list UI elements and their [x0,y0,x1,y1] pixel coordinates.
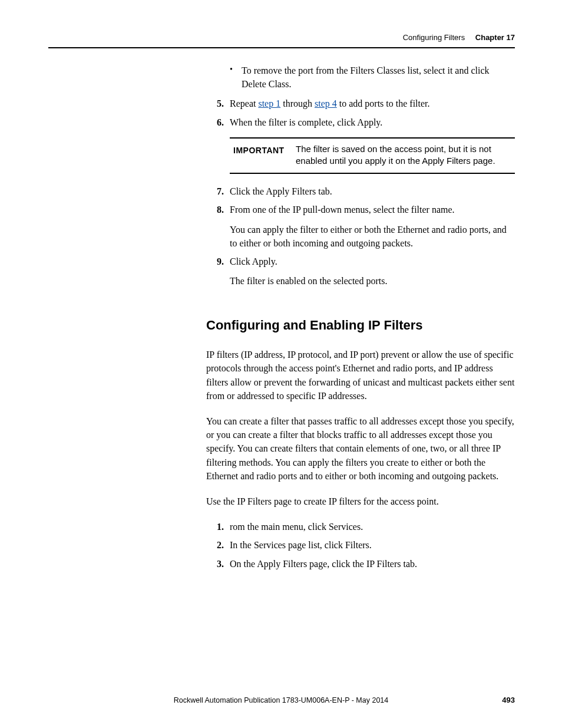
running-header: Configuring Filters Chapter 17 [403,33,515,42]
step-9: 9. Click Apply. [206,255,515,268]
step-7: 7. Click the Apply Filters tab. [206,185,515,198]
step-5: 5. Repeat step 1 through step 4 to add p… [206,97,515,110]
step-8-continuation: You can apply the filter to either or bo… [230,223,515,250]
step-number: 2. [206,538,230,552]
paragraph-3: Use the IP Filters page to create IP fil… [206,495,515,508]
step5-mid: through [280,98,315,108]
ordered-list-c: 1. rom the main menu, click Services. 2.… [206,520,515,571]
step-body: Click Apply. [230,255,515,268]
step-number: 8. [206,203,230,216]
step-9-continuation: The filter is enabled on the selected po… [230,274,515,288]
page-number: 493 [502,696,515,704]
link-step1[interactable]: step 1 [258,98,280,108]
callout-message: The filter is saved on the access point,… [296,143,511,167]
step-number: 7. [206,185,230,198]
header-chapter: Chapter 17 [475,33,515,42]
header-rule [48,47,515,48]
step5-pre: Repeat [230,98,258,108]
bullet-dot: • [230,64,242,91]
callout-label: IMPORTANT [233,143,296,167]
step-number: 5. [206,97,230,110]
ordered-list-b: 7. Click the Apply Filters tab. 8. From … [206,185,515,288]
step-6: 6. When the filter is complete, click Ap… [206,116,515,129]
step-number: 3. [206,557,230,571]
step-number: 1. [206,520,230,533]
step-body: In the Services page list, click Filters… [230,538,515,552]
footer-publication: Rockwell Automation Publication 1783-UM0… [0,696,562,704]
bullet-text: To remove the port from the Filters Clas… [242,64,515,91]
step-body: When the filter is complete, click Apply… [230,116,515,129]
step-c3: 3. On the Apply Filters page, click the … [206,557,515,571]
main-content: • To remove the port from the Filters Cl… [206,64,515,575]
ordered-list-a: 5. Repeat step 1 through step 4 to add p… [206,97,515,129]
step-body: rom the main menu, click Services. [230,520,515,533]
step-8: 8. From one of the IP pull-down menus, s… [206,203,515,216]
step-number: 9. [206,255,230,268]
step-body: Click the Apply Filters tab. [230,185,515,198]
paragraph-2: You can create a filter that passes traf… [206,414,515,483]
step-c2: 2. In the Services page list, click Filt… [206,538,515,552]
bullet-item: • To remove the port from the Filters Cl… [206,64,515,91]
step5-post: to add ports to the filter. [337,98,430,108]
step-c1: 1. rom the main menu, click Services. [206,520,515,533]
header-section: Configuring Filters [403,33,465,42]
step-body: From one of the IP pull-down menus, sele… [230,203,515,216]
step-number: 6. [206,116,230,129]
important-callout: IMPORTANT The filter is saved on the acc… [230,137,515,174]
page: Configuring Filters Chapter 17 • To remo… [0,0,562,728]
section-heading: Configuring and Enabling IP Filters [206,316,515,335]
step-body: Repeat step 1 through step 4 to add port… [230,97,515,110]
step-body: On the Apply Filters page, click the IP … [230,557,515,571]
paragraph-1: IP filters (IP address, IP protocol, and… [206,348,515,403]
link-step4[interactable]: step 4 [315,98,337,108]
